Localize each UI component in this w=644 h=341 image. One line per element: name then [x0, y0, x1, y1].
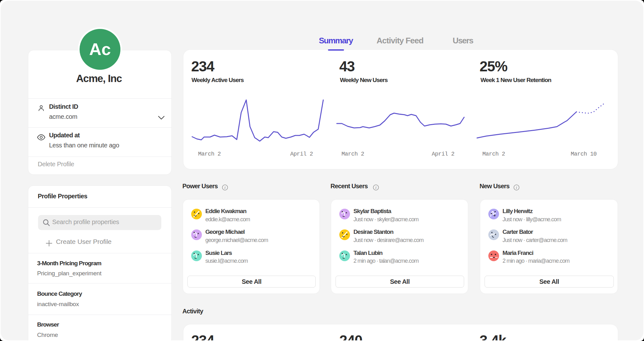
svg-text:i: i — [225, 185, 225, 190]
svg-text:i: i — [375, 185, 376, 190]
svg-text:i: i — [516, 185, 517, 190]
